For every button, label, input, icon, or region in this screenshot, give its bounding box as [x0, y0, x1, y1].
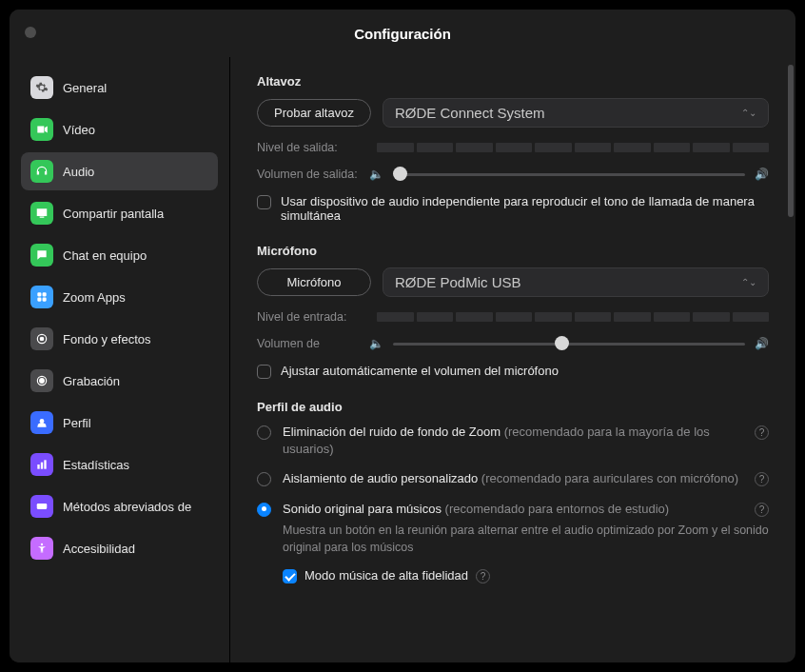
window-title: Configuración: [354, 26, 451, 42]
svg-rect-0: [37, 292, 41, 296]
sidebar-item-general[interactable]: General: [21, 69, 218, 107]
headphones-icon: [30, 160, 53, 183]
svg-rect-11: [44, 460, 46, 468]
recording-icon: [30, 369, 53, 392]
sidebar-item-label: Compartir pantalla: [63, 207, 164, 221]
sidebar-item-label: Accesibilidad: [63, 542, 135, 556]
microphone-heading: Micrófono: [257, 244, 769, 258]
input-level-label: Nivel de entrada:: [257, 310, 360, 324]
audio-profile-heading: Perfil de audio: [257, 400, 769, 414]
content-pane: Altavoz Probar altavoz RØDE Connect Syst…: [230, 57, 795, 662]
output-volume-slider[interactable]: [393, 166, 745, 183]
sidebar-item-teamchat[interactable]: Chat en equipo: [21, 236, 218, 274]
sidebar-item-label: Fondo y efectos: [63, 332, 151, 346]
separate-device-checkbox[interactable]: [257, 195, 271, 209]
sidebar-item-zoomapps[interactable]: Zoom Apps: [21, 278, 218, 316]
test-microphone-button[interactable]: Micrófono: [257, 268, 371, 296]
sidebar-item-label: Métodos abreviados de: [63, 500, 191, 514]
svg-point-7: [40, 379, 45, 384]
speaker-high-icon: 🔊: [755, 168, 769, 181]
sidebar-item-share[interactable]: Compartir pantalla: [21, 194, 218, 232]
chat-icon: [30, 244, 53, 267]
titlebar: Configuración: [10, 10, 795, 57]
svg-rect-10: [41, 463, 43, 469]
sidebar-item-recording[interactable]: Grabación: [21, 362, 218, 400]
keyboard-icon: [30, 495, 53, 518]
sidebar-item-label: Audio: [63, 165, 94, 179]
svg-point-8: [40, 419, 45, 424]
settings-window: Configuración General Vídeo Audio Compar…: [10, 10, 795, 662]
microphone-section: Micrófono Micrófono RØDE PodMic USB ⌃⌄ N…: [257, 244, 769, 379]
sidebar-item-label: Estadísticas: [63, 458, 129, 472]
sidebar-item-video[interactable]: Vídeo: [21, 110, 218, 148]
sidebar: General Vídeo Audio Compartir pantalla C…: [10, 57, 230, 662]
original-sound-radio[interactable]: [257, 503, 271, 517]
audio-profile-section: Perfil de audio Eliminación del ruido de…: [257, 400, 769, 583]
sidebar-item-profile[interactable]: Perfil: [21, 404, 218, 442]
slider-thumb[interactable]: [555, 336, 569, 350]
chevron-updown-icon: ⌃⌄: [741, 277, 756, 287]
svg-rect-2: [37, 298, 41, 302]
help-icon[interactable]: ?: [755, 425, 769, 440]
test-speaker-button[interactable]: Probar altavoz: [257, 99, 371, 127]
isolation-label: Aislamiento de audio personalizado (reco…: [283, 470, 743, 487]
sidebar-item-label: Perfil: [63, 416, 91, 430]
window-body: General Vídeo Audio Compartir pantalla C…: [10, 57, 795, 662]
chevron-updown-icon: ⌃⌄: [741, 108, 756, 118]
output-level-meter: [377, 143, 769, 152]
traffic-lights: [25, 27, 36, 38]
auto-adjust-checkbox[interactable]: [257, 365, 271, 379]
original-sound-description: Muestra un botón en la reunión para alte…: [283, 523, 769, 556]
svg-rect-9: [37, 464, 39, 469]
svg-rect-12: [37, 504, 48, 509]
gear-icon: [30, 76, 53, 99]
sidebar-item-shortcuts[interactable]: Métodos abreviados de: [21, 487, 218, 525]
mic-device-value: RØDE PodMic USB: [395, 274, 521, 290]
help-icon[interactable]: ?: [755, 503, 769, 517]
sidebar-item-accessibility[interactable]: Accesibilidad: [21, 529, 218, 567]
help-icon[interactable]: ?: [755, 472, 769, 486]
stats-icon: [30, 453, 53, 476]
speaker-section: Altavoz Probar altavoz RØDE Connect Syst…: [257, 74, 769, 223]
sidebar-item-statistics[interactable]: Estadísticas: [21, 445, 218, 484]
speaker-device-value: RØDE Connect System: [395, 105, 545, 121]
hifi-checkbox[interactable]: [283, 569, 297, 583]
sidebar-item-audio[interactable]: Audio: [21, 152, 218, 190]
camera-icon: [30, 118, 53, 141]
help-icon[interactable]: ?: [476, 569, 490, 583]
profile-icon: [30, 411, 53, 434]
sidebar-item-label: Grabación: [63, 374, 120, 388]
speaker-low-icon: 🔈: [369, 337, 383, 350]
original-sound-label: Sonido original para músicos (recomendad…: [283, 501, 743, 518]
sidebar-item-label: Zoom Apps: [63, 290, 126, 305]
noise-removal-label: Eliminación del ruido de fondo de Zoom (…: [283, 424, 743, 457]
svg-rect-3: [43, 298, 47, 302]
sidebar-item-label: General: [63, 81, 107, 95]
input-volume-label: Volumen de: [257, 337, 360, 350]
separate-device-label: Usar dispositivo de audio independiente …: [281, 194, 769, 223]
speaker-device-dropdown[interactable]: RØDE Connect System ⌃⌄: [383, 98, 769, 128]
slider-thumb[interactable]: [393, 167, 407, 181]
speaker-low-icon: 🔈: [369, 168, 383, 181]
isolation-radio[interactable]: [257, 472, 271, 486]
background-icon: [30, 327, 53, 350]
hifi-label: Modo música de alta fidelidad: [304, 568, 468, 583]
noise-removal-radio[interactable]: [257, 425, 271, 440]
svg-point-13: [41, 544, 43, 545]
accessibility-icon: [30, 537, 53, 560]
close-dot[interactable]: [25, 27, 36, 38]
auto-adjust-label: Ajustar automáticamente el volumen del m…: [281, 364, 559, 378]
input-volume-slider[interactable]: [393, 335, 745, 352]
input-level-meter: [377, 312, 769, 322]
share-screen-icon: [30, 202, 53, 225]
sidebar-item-label: Vídeo: [63, 123, 95, 137]
output-volume-label: Volumen de salida:: [257, 168, 360, 181]
sidebar-item-background[interactable]: Fondo y efectos: [21, 320, 218, 358]
apps-icon: [30, 286, 53, 308]
output-level-label: Nivel de salida:: [257, 141, 360, 154]
svg-rect-1: [43, 292, 47, 296]
sidebar-item-label: Chat en equipo: [63, 248, 147, 263]
mic-device-dropdown[interactable]: RØDE PodMic USB ⌃⌄: [383, 267, 769, 297]
svg-point-5: [40, 337, 44, 341]
scrollbar-thumb[interactable]: [788, 65, 794, 217]
